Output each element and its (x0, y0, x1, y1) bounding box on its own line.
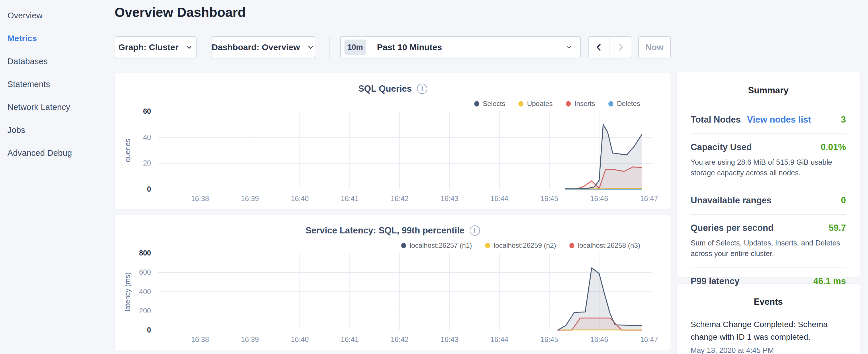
time-forward-button[interactable] (610, 37, 631, 58)
legend-label: Updates (527, 100, 553, 108)
summary-row-main: Total NodesView nodes list3 (691, 115, 846, 125)
summary-row-description: Sum of Selects, Updates, Inserts, and De… (691, 238, 846, 259)
legend-label: localhost:26259 (n2) (494, 242, 556, 250)
service-latency-sql-99th-percentile-plot[interactable] (161, 253, 654, 331)
summary-row-value: 0 (841, 195, 846, 206)
info-icon[interactable]: i (470, 225, 480, 236)
x-tick-label: 16:41 (333, 194, 367, 203)
chevron-left-icon (595, 43, 603, 52)
dashboard-dropdown[interactable]: Dashboard: Overview (211, 36, 315, 58)
charts-area: SQL QueriesiSelectsUpdatesInsertsDeletes… (115, 73, 671, 351)
sidebar-item-metrics[interactable]: Metrics (7, 27, 115, 50)
legend-localhost-26259-n2: localhost:26259 (n2) (485, 242, 556, 250)
graph-dropdown[interactable]: Graph: Cluster (115, 36, 196, 58)
sidebar-nav: OverviewMetricsDatabasesStatementsNetwor… (7, 4, 115, 164)
legend-label: localhost:26257 (n1) (410, 242, 472, 250)
x-tick-label: 16:41 (333, 335, 367, 344)
chevron-down-icon (185, 43, 193, 51)
y-tick-label: 800 (115, 249, 151, 257)
summary-row-value: 0.01% (821, 142, 846, 152)
sidebar-item-databases[interactable]: Databases (7, 50, 115, 73)
summary-row-capacity-used: Capacity Used0.01%You are using 28.6 MiB… (691, 133, 846, 187)
summary-row-label: Total Nodes (691, 115, 741, 125)
summary-row-label: Queries per second (691, 223, 773, 233)
summary-row-main: Capacity Used0.01% (691, 142, 846, 152)
event-item: Schema Change Completed: Schema change w… (691, 318, 846, 354)
x-tick-label: 16:46 (582, 194, 616, 203)
sidebar-item-statements[interactable]: Statements (7, 73, 115, 96)
y-axis-title: queries (124, 139, 132, 162)
service-latency-sql-99th-percentile-card: Service Latency: SQL, 99th percentileilo… (115, 215, 671, 351)
summary-row-value: 46.1 ms (813, 276, 846, 286)
events-panel: Events Schema Change Completed: Schema c… (677, 283, 860, 354)
sidebar-item-network-latency[interactable]: Network Latency (7, 96, 115, 119)
summary-row-value: 3 (841, 115, 846, 125)
summary-row-label: Capacity Used (691, 142, 752, 152)
x-tick-label: 16:43 (432, 194, 467, 203)
summary-row-label: P99 latency (691, 276, 740, 286)
x-tick-label: 16:40 (283, 194, 317, 203)
legend-label: localhost:26258 (n3) (578, 242, 640, 250)
summary-row-value: 59.7 (829, 223, 846, 233)
chevron-down-icon (307, 43, 314, 51)
summary-title: Summary (691, 72, 846, 96)
y-tick-label: 400 (115, 288, 151, 296)
x-tick-label: 16:38 (183, 194, 217, 203)
legend-label: Deletes (617, 100, 640, 108)
legend-localhost-26257-n1: localhost:26257 (n1) (401, 242, 472, 250)
events-title: Events (691, 284, 846, 307)
now-button[interactable]: Now (638, 36, 671, 58)
summary-row-total-nodes: Total NodesView nodes list3 (691, 106, 846, 133)
x-tick-label: 16:42 (382, 335, 417, 344)
legend-dot-icon (518, 101, 523, 106)
time-range-selector[interactable]: 10m Past 10 Minutes (340, 36, 581, 58)
x-tick-label: 16:42 (382, 194, 417, 203)
chart-title-row: SQL Queriesi (115, 84, 671, 94)
summary-row-main: Unavailable ranges0 (691, 195, 846, 206)
summary-panel: Summary Total NodesView nodes list3Capac… (677, 72, 860, 277)
legend-dot-icon (608, 101, 613, 106)
view-nodes-list-link[interactable]: View nodes list (747, 115, 811, 125)
x-tick-label: 16:44 (482, 335, 517, 344)
summary-row-description: You are using 28.6 MiB of 515.9 GiB usab… (691, 157, 846, 178)
sidebar-item-overview[interactable]: Overview (7, 4, 115, 27)
chart-title-row: Service Latency: SQL, 99th percentilei (115, 225, 671, 236)
time-back-button[interactable] (589, 37, 610, 58)
right-column: Summary Total NodesView nodes list3Capac… (677, 0, 860, 354)
legend-dot-icon (566, 101, 571, 106)
legend-dot-icon (569, 243, 574, 248)
info-icon[interactable]: i (417, 84, 427, 94)
y-tick-label: 40 (115, 133, 151, 141)
legend-dot-icon (474, 101, 479, 106)
chart-legend: localhost:26257 (n1)localhost:26259 (n2)… (401, 242, 640, 250)
summary-row-label: Unavailable ranges (691, 195, 772, 206)
summary-rows: Total NodesView nodes list3Capacity Used… (691, 106, 846, 295)
x-tick-label: 16:47 (632, 335, 666, 344)
legend-inserts: Inserts (566, 100, 595, 108)
legend-dot-icon (485, 243, 490, 248)
x-tick-label: 16:45 (532, 194, 566, 203)
x-tick-label: 16:47 (632, 194, 666, 203)
event-text: Schema Change Completed: Schema change w… (691, 318, 831, 343)
time-range-label: Past 10 Minutes (377, 42, 442, 52)
time-range-badge: 10m (344, 39, 366, 55)
time-nav-group (588, 36, 632, 58)
chart-legend: SelectsUpdatesInsertsDeletes (474, 100, 641, 108)
legend-label: Selects (483, 100, 505, 108)
y-tick-label: 600 (115, 268, 151, 277)
events-list: Schema Change Completed: Schema change w… (691, 318, 846, 354)
sidebar: OverviewMetricsDatabasesStatementsNetwor… (0, 0, 115, 164)
main-content: Overview Dashboard Graph: Cluster Dashbo… (115, 0, 671, 351)
x-tick-label: 16:40 (283, 335, 317, 344)
y-tick-label: 200 (115, 307, 151, 315)
x-tick-label: 16:39 (233, 335, 267, 344)
x-tick-label: 16:46 (582, 335, 616, 344)
y-tick-label: 20 (115, 159, 151, 167)
legend-dot-icon (401, 243, 406, 248)
sql-queries-plot[interactable] (161, 111, 654, 190)
x-tick-label: 16:39 (233, 194, 267, 203)
sidebar-item-jobs[interactable]: Jobs (7, 119, 115, 141)
sidebar-item-advanced-debug[interactable]: Advanced Debug (7, 141, 115, 164)
y-tick-label: 60 (115, 107, 151, 116)
x-tick-label: 16:43 (432, 335, 467, 344)
